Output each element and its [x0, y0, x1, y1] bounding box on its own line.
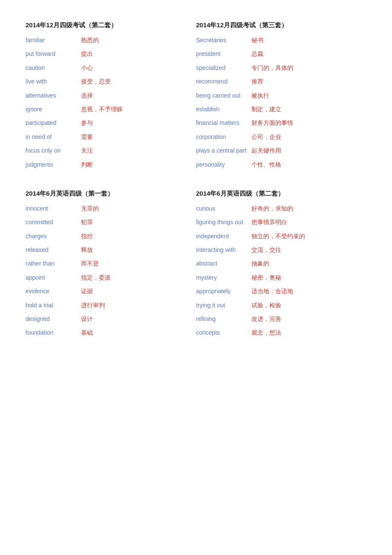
vocab-item: foundation基础 — [26, 328, 187, 337]
vocab-chinese: 财务方面的事情 — [251, 118, 293, 127]
vocab-item: recommend推荐 — [196, 77, 358, 86]
vocab-item: appoint指定，委派 — [26, 273, 187, 282]
vocab-chinese: 交流，交往 — [251, 245, 281, 254]
vocab-chinese: 推荐 — [251, 77, 263, 86]
vocab-chinese: 释放 — [81, 245, 93, 254]
vocab-english: caution — [26, 63, 81, 72]
vocab-item: appropriately适当地，合适地 — [196, 286, 358, 296]
vocab-chinese: 独立的，不受约束的 — [251, 231, 305, 241]
vocab-english: participated — [26, 118, 81, 127]
vocab-english: curious — [196, 204, 251, 213]
vocab-item: specialized专门的，具体的 — [196, 63, 358, 72]
vocab-item: committed犯罪 — [26, 217, 187, 227]
vocab-chinese: 秘密，奥秘 — [251, 273, 281, 282]
vocab-chinese: 提出 — [81, 49, 93, 58]
vocab-chinese: 把事情弄明白 — [251, 217, 287, 227]
vocab-chinese: 犯罪 — [81, 217, 93, 227]
vocab-chinese: 进行审判 — [81, 301, 105, 310]
vocab-chinese: 指定，委派 — [81, 273, 111, 282]
vocab-english: rather than — [26, 259, 81, 268]
vocab-chinese: 起关键作用 — [251, 146, 281, 155]
vocab-item: participated参与 — [26, 118, 187, 127]
vocab-item: curious好奇的，求知的 — [196, 204, 358, 213]
vocab-english: judgments — [26, 160, 81, 169]
vocab-english: focus only on — [26, 146, 81, 155]
column-col2: 2014年12月四级考试（第三套）Secretaries秘书president总… — [196, 17, 366, 173]
vocab-english: financial matters — [196, 118, 251, 127]
section-row-row1: 2014年12月四级考试（第二套）familiar熟悉的put forward提… — [26, 17, 366, 173]
vocab-item: ignore忽视，不予理睬 — [26, 104, 187, 114]
vocab-chinese: 设计 — [81, 314, 93, 324]
vocab-english: evidence — [26, 286, 81, 296]
vocab-english: released — [26, 245, 81, 254]
vocab-english: personality — [196, 160, 251, 169]
vocab-item: alternatives选择 — [26, 91, 187, 100]
vocab-item: president总裁 — [196, 49, 358, 58]
column-col4: 2014年6月英语四级（第二套）curious好奇的，求知的figuring t… — [196, 185, 366, 342]
vocab-item: designed设计 — [26, 314, 187, 324]
vocab-chinese: 公司，企业 — [251, 132, 281, 142]
vocab-english: appoint — [26, 273, 81, 282]
column-col3: 2014年6月英语四级（第一套）innocent无罪的committed犯罪ch… — [26, 185, 196, 342]
vocab-english: trying it out — [196, 301, 251, 310]
vocab-chinese: 小心 — [81, 63, 93, 72]
vocab-english: familiar — [26, 35, 81, 45]
section-title-col1: 2014年12月四级考试（第二套） — [26, 21, 187, 29]
vocab-item: evidence证据 — [26, 286, 187, 296]
vocab-english: foundation — [26, 328, 81, 337]
vocab-chinese: 忽视，不予理睬 — [81, 104, 123, 114]
vocab-item: familiar熟悉的 — [26, 35, 187, 45]
vocab-english: president — [196, 49, 251, 58]
vocab-english: independent — [196, 231, 251, 241]
vocab-chinese: 好奇的，求知的 — [251, 204, 293, 213]
vocab-english: plays a central part — [196, 146, 251, 155]
vocab-item: refining改进，完善 — [196, 314, 358, 324]
vocab-item: abstract抽象的 — [196, 259, 358, 268]
vocab-item: in need of需要 — [26, 132, 187, 142]
section-title-col3: 2014年6月英语四级（第一套） — [26, 190, 187, 198]
section-divider — [26, 178, 366, 185]
vocab-chinese: 被执行 — [251, 91, 269, 100]
vocab-english: recommend — [196, 77, 251, 86]
vocab-item: plays a central part起关键作用 — [196, 146, 358, 155]
vocab-item: focus only on关注 — [26, 146, 187, 155]
section-row-row2: 2014年6月英语四级（第一套）innocent无罪的committed犯罪ch… — [26, 185, 366, 342]
vocab-item: corporation公司，企业 — [196, 132, 358, 142]
vocab-item: mystery秘密，奥秘 — [196, 273, 358, 282]
vocab-item: concepts观念，想法 — [196, 328, 358, 337]
vocab-item: caution小心 — [26, 63, 187, 72]
vocab-english: refining — [196, 314, 251, 324]
vocab-item: Secretaries秘书 — [196, 35, 358, 45]
vocab-item: charges指控 — [26, 231, 187, 241]
vocab-english: hold a trial — [26, 301, 81, 310]
vocab-item: hold a trial进行审判 — [26, 301, 187, 310]
section-title-col2: 2014年12月四级考试（第三套） — [196, 21, 358, 29]
vocab-item: establish制定，建立 — [196, 104, 358, 114]
vocab-item: live with接受，忍受 — [26, 77, 187, 86]
vocab-item: rather than而不是 — [26, 259, 187, 268]
vocab-english: interacting with — [196, 245, 251, 254]
vocab-item: figuring things out把事情弄明白 — [196, 217, 358, 227]
vocab-item: personality个性、性格 — [196, 160, 358, 169]
vocab-chinese: 秘书 — [251, 35, 263, 45]
vocab-english: establish — [196, 104, 251, 114]
vocab-chinese: 试验，检验 — [251, 301, 281, 310]
vocab-chinese: 选择 — [81, 91, 93, 100]
vocab-chinese: 参与 — [81, 118, 93, 127]
vocab-english: in need of — [26, 132, 81, 142]
page-content: 2014年12月四级考试（第二套）familiar熟悉的put forward提… — [26, 17, 366, 346]
vocab-chinese: 制定，建立 — [251, 104, 281, 114]
vocab-chinese: 基础 — [81, 328, 93, 337]
vocab-item: being carried out被执行 — [196, 91, 358, 100]
vocab-english: mystery — [196, 273, 251, 282]
vocab-chinese: 判断 — [81, 160, 93, 169]
vocab-item: trying it out试验，检验 — [196, 301, 358, 310]
vocab-item: financial matters财务方面的事情 — [196, 118, 358, 127]
vocab-chinese: 而不是 — [81, 259, 99, 268]
vocab-chinese: 接受，忍受 — [81, 77, 111, 86]
vocab-english: committed — [26, 217, 81, 227]
vocab-chinese: 无罪的 — [81, 204, 99, 213]
vocab-english: designed — [26, 314, 81, 324]
vocab-english: innocent — [26, 204, 81, 213]
vocab-chinese: 观念，想法 — [251, 328, 281, 337]
